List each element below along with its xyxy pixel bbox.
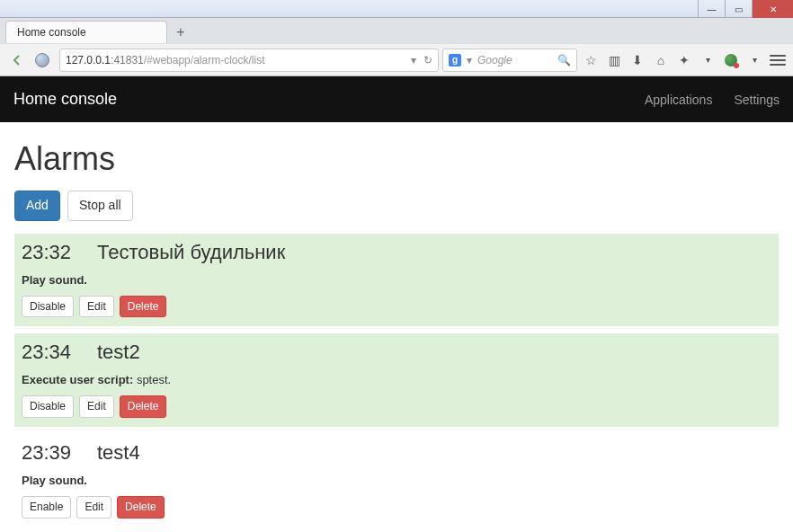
alarm-actions: Disable Edit Delete (22, 395, 771, 418)
url-input[interactable]: 127.0.0.1:41831/#webapp/alarm-clock/list… (59, 49, 439, 72)
alarm-name: test2 (97, 341, 140, 364)
window-controls: — ▭ ✕ (0, 0, 793, 18)
alarm-description: Play sound. (22, 474, 771, 487)
window-close-button[interactable]: ✕ (752, 0, 793, 18)
alarm-description: Play sound. (22, 273, 771, 287)
dropdown-icon[interactable]: ▾ (467, 54, 472, 66)
search-engine-icon: g (449, 54, 461, 66)
alarm-header: 23:34 test2 (22, 341, 771, 364)
navbar-brand[interactable]: Home console (13, 90, 117, 109)
edit-button[interactable]: Edit (79, 395, 114, 418)
downloads-button[interactable]: ⬇ (628, 50, 647, 70)
alarm-name: test4 (97, 441, 140, 465)
dropdown-icon[interactable]: ▾ (411, 54, 416, 66)
home-button[interactable]: ⌂ (651, 50, 671, 70)
delete-button[interactable]: Delete (117, 496, 165, 519)
alarm-time: 23:32 (22, 241, 76, 264)
page-title: Alarms (14, 140, 779, 178)
enable-button[interactable]: Enable (22, 496, 71, 519)
search-icon[interactable]: 🔍 (557, 54, 571, 66)
disable-button[interactable]: Disable (22, 395, 74, 418)
alarm-time: 23:34 (22, 341, 76, 364)
alarm-description: Execute user script: sptest. (22, 373, 771, 386)
alarm-actions: Disable Edit Delete (22, 296, 771, 318)
edit-button[interactable]: Edit (79, 296, 114, 318)
identity-button[interactable] (32, 49, 56, 72)
bookmark-button[interactable]: ☆ (581, 50, 601, 70)
alarm-item: 23:34 test2 Execute user script: sptest.… (14, 333, 779, 427)
delete-button[interactable]: Delete (120, 395, 167, 418)
extension-button[interactable] (721, 50, 741, 70)
url-bar: 127.0.0.1:41831/#webapp/alarm-clock/list… (0, 43, 793, 75)
tab-title: Home console (17, 26, 86, 39)
browser-chrome: — ▭ ✕ Home console + 127.0.0.1:41831/#we… (0, 0, 793, 76)
url-text: 127.0.0.1:41831/#webapp/alarm-clock/list (66, 54, 264, 66)
add-button[interactable]: Add (14, 191, 60, 221)
page-actions: Add Stop all (14, 191, 779, 221)
alarm-time: 23:39 (22, 441, 76, 465)
alarm-item: 23:32 Тестовый будильник Play sound. Dis… (14, 234, 779, 327)
app-navbar: Home console Applications Settings (0, 76, 793, 122)
edit-button[interactable]: Edit (76, 496, 111, 519)
page-viewport[interactable]: Home console Applications Settings Alarm… (0, 76, 793, 532)
tab-bar: Home console + (0, 18, 793, 43)
search-placeholder: Google (477, 54, 512, 66)
nav-link-applications[interactable]: Applications (645, 93, 713, 107)
delete-button[interactable]: Delete (120, 296, 167, 318)
stop-all-button[interactable]: Stop all (67, 191, 133, 221)
navbar-links: Applications Settings (645, 93, 780, 107)
alarm-name: Тестовый будильник (97, 241, 285, 264)
alarm-item: 23:39 test4 Play sound. Enable Edit Dele… (14, 434, 779, 528)
alarm-header: 23:32 Тестовый будильник (22, 241, 771, 264)
nav-link-settings[interactable]: Settings (734, 93, 780, 107)
caret-icon[interactable]: ▾ (698, 50, 717, 70)
caret-icon[interactable]: ▾ (744, 50, 764, 70)
browser-tab[interactable]: Home console (5, 21, 167, 43)
back-button[interactable] (5, 49, 29, 72)
library-button[interactable]: ▥ (604, 50, 624, 70)
window-minimize-button[interactable]: — (698, 0, 725, 18)
globe-icon (35, 53, 49, 67)
reload-icon[interactable]: ↻ (423, 54, 432, 66)
back-icon (10, 53, 24, 67)
window-maximize-button[interactable]: ▭ (725, 0, 752, 18)
menu-button[interactable] (768, 50, 788, 70)
hamburger-icon (770, 55, 786, 66)
search-box[interactable]: g ▾ Google 🔍 (442, 49, 577, 72)
addon-button[interactable]: ✦ (674, 50, 694, 70)
alarm-header: 23:39 test4 (22, 441, 771, 465)
new-tab-button[interactable]: + (169, 23, 192, 41)
main-container: Alarms Add Stop all 23:32 Тестовый будил… (0, 122, 793, 532)
disable-button[interactable]: Disable (22, 296, 74, 318)
alarm-actions: Enable Edit Delete (22, 496, 771, 519)
